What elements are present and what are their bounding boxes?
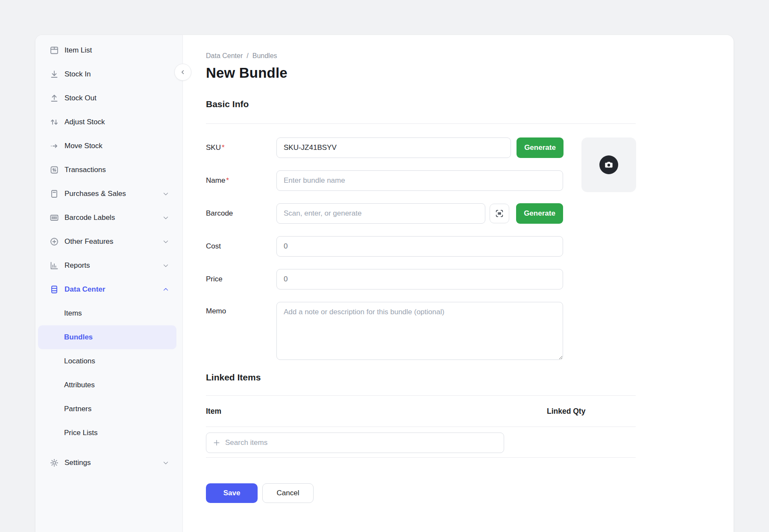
barcode-scan-button[interactable] (490, 204, 509, 223)
table-divider (206, 457, 636, 458)
sidebar-item-label: Purchases & Sales (65, 190, 157, 198)
chevron-down-icon (162, 214, 170, 222)
sidebar-item-other-features[interactable]: Other Features (35, 230, 182, 254)
required-asterisk: * (226, 176, 229, 184)
sidebar-collapse-button[interactable] (174, 64, 191, 81)
sidebar-subitem-price-lists[interactable]: Price Lists (35, 421, 182, 445)
sidebar-subitem-label: Attributes (64, 381, 95, 389)
cost-row: Cost (206, 236, 636, 257)
name-label: Name* (206, 176, 276, 185)
memo-textarea[interactable] (276, 302, 563, 360)
barcode-input[interactable] (276, 203, 485, 224)
sidebar-item-label: Stock In (65, 70, 170, 79)
sidebar-item-purchases-sales[interactable]: Purchases & Sales (35, 182, 182, 206)
breadcrumb-bundles[interactable]: Bundles (252, 52, 277, 60)
barcode-icon (49, 213, 59, 223)
sidebar-subitem-label: Items (64, 309, 82, 318)
package-icon (49, 45, 59, 56)
sidebar-subitem-label: Partners (64, 405, 91, 413)
barcode-row: Barcode Generate (206, 203, 636, 224)
save-button[interactable]: Save (206, 483, 258, 503)
chevron-down-icon (162, 262, 170, 269)
price-input[interactable] (276, 269, 563, 289)
sidebar-subitem-bundles[interactable]: Bundles (38, 325, 176, 349)
form-actions: Save Cancel (206, 483, 636, 529)
sidebar-item-label: Move Stock (65, 142, 170, 150)
basic-info-heading: Basic Info (206, 99, 636, 109)
search-items-input[interactable] (206, 433, 504, 453)
sidebar-item-label: Data Center (65, 285, 157, 294)
sidebar-subitem-partners[interactable]: Partners (35, 397, 182, 421)
sidebar-subitem-locations[interactable]: Locations (35, 349, 182, 373)
sidebar-item-move-stock[interactable]: Move Stock (35, 134, 182, 158)
sidebar-item-label: Transactions (65, 166, 170, 174)
sidebar-item-item-list[interactable]: Item List (35, 38, 182, 62)
column-header-linked-qty: Linked Qty (547, 407, 636, 416)
sidebar-item-label: Item List (65, 46, 170, 55)
arrow-right-dotted-icon (49, 141, 59, 151)
sidebar-item-label: Reports (65, 261, 157, 270)
cancel-button[interactable]: Cancel (262, 483, 314, 503)
sidebar-item-label: Other Features (65, 237, 157, 246)
sidebar-item-settings[interactable]: Settings (35, 451, 182, 475)
gear-icon (49, 458, 59, 468)
cost-label: Cost (206, 242, 276, 251)
section-divider (206, 123, 636, 124)
breadcrumb: Data Center / Bundles (206, 52, 636, 60)
chevron-down-icon (162, 238, 170, 246)
sidebar-item-transactions[interactable]: Transactions (35, 158, 182, 182)
barcode-generate-button[interactable]: Generate (516, 203, 563, 224)
sku-generate-button[interactable]: Generate (517, 137, 564, 158)
required-asterisk: * (222, 143, 225, 152)
bar-chart-icon (49, 260, 59, 271)
app-window: Item List Stock In Stock Out Adjust Stoc… (35, 35, 734, 532)
breadcrumb-data-center[interactable]: Data Center (206, 52, 243, 60)
sidebar-item-label: Stock Out (65, 94, 170, 102)
page-title: New Bundle (206, 65, 636, 81)
sidebar-item-adjust-stock[interactable]: Adjust Stock (35, 110, 182, 134)
document-icon (49, 189, 59, 199)
chevron-up-icon (162, 286, 170, 293)
sidebar-subitem-label: Price Lists (64, 429, 97, 437)
sku-row: SKU* Generate (206, 137, 636, 158)
bundle-form: SKU* Generate Name* Barcode (206, 137, 636, 360)
sku-input[interactable] (276, 137, 511, 158)
memo-row: Memo (206, 302, 636, 360)
price-label: Price (206, 275, 276, 284)
barcode-scan-icon (495, 209, 504, 218)
sidebar-item-label: Barcode Labels (65, 213, 157, 222)
cost-input[interactable] (276, 236, 563, 257)
sidebar-item-label: Settings (65, 459, 157, 467)
download-icon (49, 69, 59, 79)
sidebar-item-data-center[interactable]: Data Center (35, 278, 182, 301)
bundle-name-input[interactable] (276, 170, 563, 191)
memo-label: Memo (206, 302, 276, 316)
sidebar-subitem-label: Bundles (64, 333, 93, 342)
plus-icon (212, 438, 221, 447)
sidebar-item-reports[interactable]: Reports (35, 254, 182, 278)
sidebar-subitem-label: Locations (64, 357, 95, 365)
camera-icon (599, 155, 618, 174)
name-row: Name* (206, 170, 636, 191)
sidebar-item-stock-in[interactable]: Stock In (35, 62, 182, 86)
sidebar: Item List Stock In Stock Out Adjust Stoc… (35, 35, 183, 532)
linked-items-table-header: Item Linked Qty (206, 396, 636, 427)
bundle-image-upload[interactable] (581, 137, 636, 192)
sidebar-item-stock-out[interactable]: Stock Out (35, 86, 182, 110)
linked-items-search-row (206, 427, 636, 457)
column-header-item: Item (206, 407, 547, 416)
sidebar-item-barcode-labels[interactable]: Barcode Labels (35, 206, 182, 230)
plus-circle-icon (49, 237, 59, 247)
upload-icon (49, 93, 59, 103)
chevron-down-icon (162, 459, 170, 467)
database-icon (49, 284, 59, 295)
sku-label-text: SKU (206, 143, 221, 152)
price-row: Price (206, 269, 636, 289)
main-content: Data Center / Bundles New Bundle Basic I… (183, 35, 734, 532)
arrows-up-down-icon (49, 117, 59, 127)
linked-items-heading: Linked Items (206, 372, 636, 383)
breadcrumb-separator: / (247, 52, 248, 60)
chevron-down-icon (162, 190, 170, 198)
sidebar-subitem-attributes[interactable]: Attributes (35, 373, 182, 397)
sidebar-subitem-items[interactable]: Items (35, 301, 182, 325)
